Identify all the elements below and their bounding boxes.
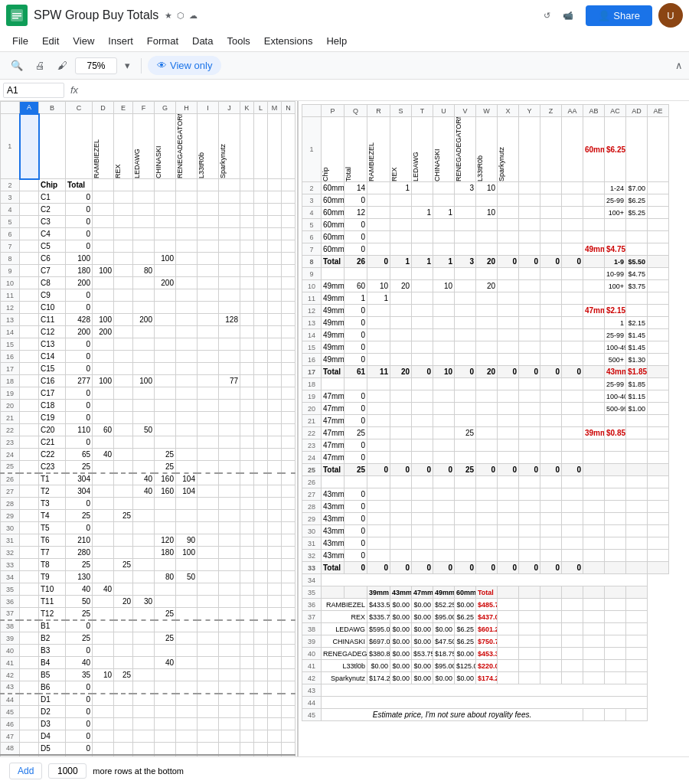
cell-G1[interactable]: CHINASKI xyxy=(155,114,176,179)
share-button[interactable]: 👤 Share xyxy=(586,5,652,26)
menu-view[interactable]: View xyxy=(67,32,100,50)
collapse-toolbar-button[interactable]: ∧ xyxy=(675,60,683,71)
col-header-M[interactable]: M xyxy=(268,102,282,114)
video-icon[interactable]: 📹 xyxy=(563,11,573,21)
col-header-B[interactable]: B xyxy=(39,102,66,114)
col-header-D[interactable]: D xyxy=(93,102,114,114)
search-button[interactable]: 🔍 xyxy=(6,57,28,74)
col-header-A[interactable]: A xyxy=(20,102,39,114)
table-row: 23C210 xyxy=(1,436,296,449)
col-header-P[interactable]: P xyxy=(322,105,344,117)
view-only-button[interactable]: 👁 View only xyxy=(148,56,221,75)
cell-M1[interactable] xyxy=(268,114,282,179)
cell-K1[interactable] xyxy=(240,114,254,179)
col-header-H[interactable]: H xyxy=(176,102,198,114)
cell-B1[interactable] xyxy=(39,114,66,179)
cell-J2[interactable] xyxy=(219,179,240,191)
col-header-N[interactable]: N xyxy=(282,102,296,114)
cell-L2[interactable] xyxy=(254,179,268,191)
col-header-I[interactable]: I xyxy=(198,102,219,114)
cell-C2[interactable]: Total xyxy=(66,179,93,191)
menu-help[interactable]: Help xyxy=(320,32,353,50)
cell-K2[interactable] xyxy=(240,179,254,191)
cloud-icon[interactable]: ☁ xyxy=(189,11,198,21)
print-button[interactable]: 🖨 xyxy=(31,57,50,74)
col-header-AB[interactable]: AB xyxy=(583,105,605,117)
right-cell-Q1[interactable]: Total xyxy=(344,117,367,182)
cell-L1[interactable] xyxy=(254,114,268,179)
col-header-X[interactable]: X xyxy=(498,105,519,117)
price-60mm-label: 60mm xyxy=(583,117,605,182)
cell-M2[interactable] xyxy=(268,179,282,191)
zoom-display[interactable]: 75% xyxy=(75,57,117,74)
table-row: 43 xyxy=(302,684,669,697)
paint-format-button[interactable]: 🖌 xyxy=(53,57,72,74)
cell-D1[interactable]: RAMBIEZEL xyxy=(93,114,114,179)
zoom-dropdown[interactable]: ▾ xyxy=(120,57,135,74)
col-header-Q[interactable]: Q xyxy=(344,105,367,117)
cell-J1[interactable]: Sparkynutz xyxy=(219,114,240,179)
name-box-input[interactable] xyxy=(3,83,64,98)
menu-tools[interactable]: Tools xyxy=(220,32,256,50)
cell-C1[interactable] xyxy=(66,114,93,179)
right-cell-P1[interactable]: Chip xyxy=(322,117,344,182)
cell-F1[interactable]: LEDAWG xyxy=(133,114,155,179)
col-header-AA[interactable]: AA xyxy=(562,105,583,117)
cell-A2[interactable] xyxy=(20,179,39,191)
col-header-AE[interactable]: AE xyxy=(648,105,669,117)
table-row: 2943mm B30 xyxy=(302,513,669,525)
col-header-U[interactable]: U xyxy=(433,105,455,117)
table-row: 7 60mm B60 49mm $4.75 xyxy=(302,243,669,256)
cell-I2[interactable] xyxy=(198,179,219,191)
estimate-note: Estimate price, I'm not sure about royal… xyxy=(322,709,583,721)
cell-N1[interactable] xyxy=(282,114,296,179)
add-rows-button[interactable]: Add xyxy=(9,763,42,779)
cell-A1[interactable] xyxy=(20,114,39,179)
menu-format[interactable]: Format xyxy=(141,32,184,50)
cell-D2[interactable] xyxy=(93,179,114,191)
row-num-1: 1 xyxy=(1,114,20,179)
col-header-T[interactable]: T xyxy=(412,105,433,117)
menu-file[interactable]: File xyxy=(6,32,34,50)
table-row: 42B5351025 xyxy=(1,669,296,681)
col-header-G[interactable]: G xyxy=(155,102,176,114)
table-row: 910-99$4.75 xyxy=(302,268,669,280)
table-row: 12 49mm B20 47mm $2.15 xyxy=(302,305,669,317)
menu-insert[interactable]: Insert xyxy=(102,32,139,50)
col-header-Y[interactable]: Y xyxy=(519,105,540,117)
cell-H1[interactable]: RENEGADEGATORMAN xyxy=(176,114,198,179)
cell-E1[interactable]: REX xyxy=(114,114,133,179)
col-header-AD[interactable]: AD xyxy=(626,105,648,117)
folder-icon[interactable]: ⬡ xyxy=(177,11,184,21)
col-header-S[interactable]: S xyxy=(390,105,412,117)
menu-extensions[interactable]: Extensions xyxy=(258,32,319,50)
star-icon[interactable]: ★ xyxy=(165,11,172,21)
col-header-F[interactable]: F xyxy=(133,102,155,114)
cell-E2[interactable] xyxy=(114,179,133,191)
col-header-K[interactable]: K xyxy=(240,102,254,114)
menu-data[interactable]: Data xyxy=(186,32,219,50)
col-header-J[interactable]: J xyxy=(219,102,240,114)
col-header-Z[interactable]: Z xyxy=(540,105,562,117)
col-header-AC[interactable]: AC xyxy=(605,105,626,117)
table-row: 6C40 xyxy=(1,228,296,240)
cell-B2[interactable]: Chip xyxy=(39,179,66,191)
table-row: 7C50 xyxy=(1,240,296,253)
cell-I1[interactable]: L33tR0b xyxy=(198,114,219,179)
cell-F2[interactable] xyxy=(133,179,155,191)
history-icon[interactable]: ↺ xyxy=(544,11,550,21)
left-sheet[interactable]: A B C D E F G H I J K L M N xyxy=(0,101,299,756)
summary-row: 41 L33tl0b $0.00 $0.00 $0.00 $95.00 $125… xyxy=(302,660,669,672)
col-header-C[interactable]: C xyxy=(66,102,93,114)
cell-N2[interactable] xyxy=(282,179,296,191)
menu-edit[interactable]: Edit xyxy=(36,32,65,50)
col-header-V[interactable]: V xyxy=(455,105,476,117)
col-header-E[interactable]: E xyxy=(114,102,133,114)
right-sheet[interactable]: P Q R S T U V W X Y Z AA AB AC A xyxy=(299,101,689,756)
cell-H2[interactable] xyxy=(176,179,198,191)
col-header-W[interactable]: W xyxy=(476,105,498,117)
rows-count-input[interactable] xyxy=(48,763,87,779)
col-header-R[interactable]: R xyxy=(367,105,390,117)
cell-G2[interactable] xyxy=(155,179,176,191)
col-header-L[interactable]: L xyxy=(254,102,268,114)
